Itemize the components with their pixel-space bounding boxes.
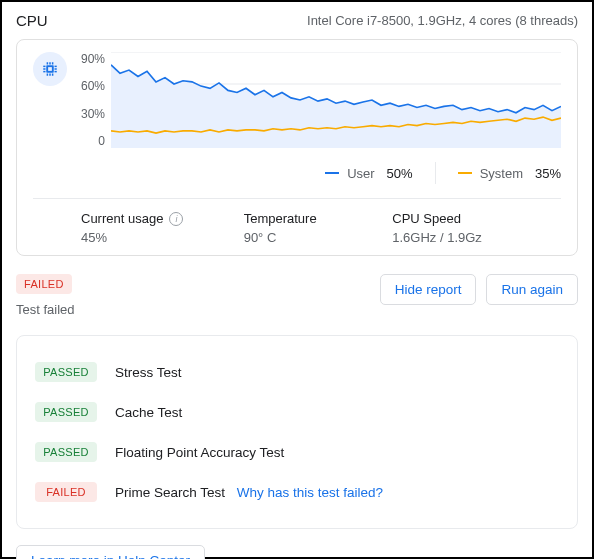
- ytick: 60%: [75, 79, 105, 93]
- legend-user: User 50%: [325, 166, 412, 181]
- usage-chart-card: 90% 60% 30% 0 User: [16, 39, 578, 256]
- legend-system: System 35%: [458, 166, 561, 181]
- stat-speed-label: CPU Speed: [392, 211, 561, 226]
- overall-status-badge: FAILED: [16, 274, 72, 294]
- svg-rect-13: [55, 71, 57, 73]
- ytick: 0: [75, 134, 105, 148]
- stat-speed-value: 1.6GHz / 1.9Gz: [392, 230, 561, 245]
- legend-label: System: [480, 166, 523, 181]
- ytick: 90%: [75, 52, 105, 66]
- svg-rect-10: [43, 66, 45, 68]
- svg-rect-7: [52, 62, 54, 64]
- cpu-icon: [33, 52, 67, 86]
- svg-marker-18: [111, 65, 561, 148]
- stat-temp-label: Temperature: [244, 211, 385, 226]
- test-status-badge: PASSED: [35, 402, 97, 422]
- legend-divider: [435, 162, 436, 184]
- svg-rect-2: [49, 62, 51, 64]
- page-title: CPU: [16, 12, 48, 29]
- legend-swatch-user: [325, 172, 339, 174]
- usage-chart: [111, 52, 561, 148]
- legend-value: 50%: [387, 166, 413, 181]
- svg-rect-8: [47, 74, 49, 76]
- test-row: PASSED Cache Test: [35, 392, 559, 432]
- test-name: Floating Point Accuracy Test: [115, 445, 284, 460]
- legend-label: User: [347, 166, 374, 181]
- tests-list: PASSED Stress Test PASSED Cache Test PAS…: [16, 335, 578, 529]
- svg-rect-5: [55, 68, 57, 70]
- svg-rect-4: [43, 68, 45, 70]
- svg-rect-12: [55, 66, 57, 68]
- cpu-spec: Intel Core i7-8500, 1.9GHz, 4 cores (8 t…: [307, 13, 578, 28]
- svg-rect-11: [43, 71, 45, 73]
- why-failed-link[interactable]: Why has this test failed?: [237, 485, 383, 500]
- stat-current-value: 45%: [81, 230, 236, 245]
- run-again-button[interactable]: Run again: [486, 274, 578, 305]
- stat-temp-value: 90° C: [244, 230, 385, 245]
- test-name: Stress Test: [115, 365, 182, 380]
- legend-swatch-system: [458, 172, 472, 174]
- test-status-badge: PASSED: [35, 442, 97, 462]
- ytick: 30%: [75, 107, 105, 121]
- svg-rect-3: [49, 74, 51, 76]
- test-row: FAILED Prime Search Test Why has this te…: [35, 472, 559, 512]
- test-status-badge: FAILED: [35, 482, 97, 502]
- stat-current-label: Current usage i: [81, 211, 236, 226]
- test-name: Prime Search Test: [115, 485, 225, 500]
- test-row: PASSED Floating Point Accuracy Test: [35, 432, 559, 472]
- svg-rect-9: [52, 74, 54, 76]
- info-icon[interactable]: i: [169, 212, 183, 226]
- hide-report-button[interactable]: Hide report: [380, 274, 477, 305]
- test-row: PASSED Stress Test: [35, 352, 559, 392]
- learn-more-button[interactable]: Learn more in Help Center: [16, 545, 205, 559]
- legend-value: 35%: [535, 166, 561, 181]
- svg-rect-6: [47, 62, 49, 64]
- overall-status-msg: Test failed: [16, 302, 75, 317]
- svg-rect-1: [48, 67, 52, 71]
- test-status-badge: PASSED: [35, 362, 97, 382]
- test-name: Cache Test: [115, 405, 182, 420]
- chart-y-axis: 90% 60% 30% 0: [75, 52, 111, 148]
